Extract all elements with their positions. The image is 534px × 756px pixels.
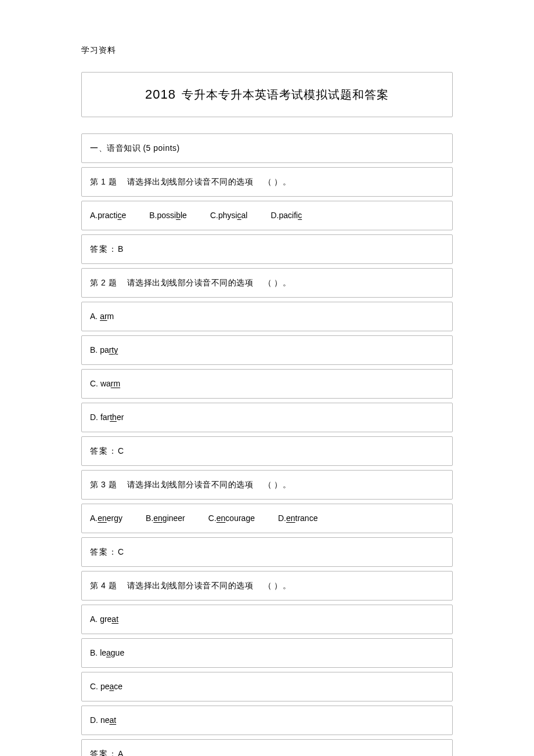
document-page: 学习资料 2018专升本专升本英语考试模拟试题和答案 一、语音知识 (5 poi… [0,0,534,756]
answer-label: 答案： [90,547,118,556]
option-b: B.possible [149,209,187,222]
answer-blank: （ ）。 [264,178,291,186]
title-text: 2018专升本专升本英语考试模拟试题和答案 [145,87,389,103]
question-4-option-b: B. league [81,638,453,668]
question-text: 请选择出划线部分读音不同的选项 [127,177,254,186]
option-a: A.energy [90,512,122,525]
answer-value: A [118,749,124,756]
option-b: B.engineer [146,512,185,525]
question-4-prompt: 第 4 题 请选择出划线部分读音不同的选项 （ ）。 [81,571,453,601]
question-text: 请选择出划线部分读音不同的选项 [127,581,254,590]
answer-value: B [118,244,124,254]
question-text: 请选择出划线部分读音不同的选项 [127,278,254,287]
question-2-answer: 答案：C [81,436,453,466]
question-4-option-d: D. neat [81,706,453,735]
answer-value: C [118,446,125,455]
question-2-option-d: D. farther [81,403,453,432]
title-rest: 专升本专升本英语考试模拟试题和答案 [182,88,389,101]
answer-value: C [118,547,125,556]
question-number: 第 2 题 [90,278,117,287]
option-c: C.physical [210,209,248,222]
section-heading: 一、语音知识 (5 points) [81,133,453,163]
answer-blank: （ ）。 [264,480,291,489]
answer-blank: （ ）。 [264,581,291,590]
answer-label: 答案： [90,244,118,254]
option-d: D.entrance [278,512,318,525]
question-number: 第 4 题 [90,581,117,590]
question-1-answer: 答案：B [81,234,453,264]
question-4-answer: 答案：A [81,739,453,756]
question-3-answer: 答案：C [81,537,453,567]
question-2-option-c: C. warm [81,369,453,399]
option-c: C.encourage [208,512,255,525]
option-a: A.practice [90,209,126,222]
question-2-option-b: B. party [81,335,453,365]
page-header-label: 学习资料 [81,45,453,56]
question-3-prompt: 第 3 题 请选择出划线部分读音不同的选项 （ ）。 [81,470,453,500]
question-2-option-a: A. arm [81,302,453,331]
question-2-prompt: 第 2 题 请选择出划线部分读音不同的选项 （ ）。 [81,268,453,298]
question-1-options: A.practice B.possible C.physical D.pacif… [81,201,453,230]
question-text: 请选择出划线部分读音不同的选项 [127,480,254,489]
title-block: 2018专升本专升本英语考试模拟试题和答案 [81,72,453,117]
question-3-options: A.energy B.engineer C.encourage D.entran… [81,504,453,533]
answer-blank: （ ）。 [264,278,291,287]
answer-label: 答案： [90,446,118,455]
question-1-prompt: 第 1 题 请选择出划线部分读音不同的选项 （ ）。 [81,167,453,197]
title-year: 2018 [145,87,176,102]
answer-label: 答案： [90,749,118,756]
question-4-option-a: A. great [81,605,453,634]
question-4-option-c: C. peace [81,672,453,701]
question-number: 第 1 题 [90,177,117,186]
option-d: D.pacific [270,209,302,222]
question-number: 第 3 题 [90,480,117,489]
